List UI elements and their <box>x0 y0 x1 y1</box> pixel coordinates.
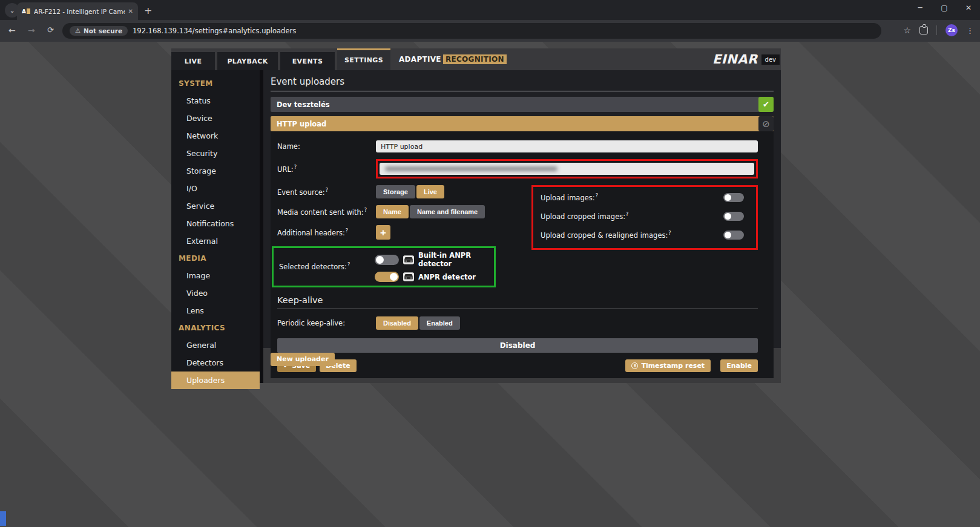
anpr-toggle[interactable] <box>375 272 399 282</box>
redacted-url-blur <box>385 166 557 171</box>
not-secure-chip[interactable]: ⚠ Not secure <box>70 26 128 36</box>
detector-row-anpr: ANPR detector <box>375 272 489 282</box>
sidebar-section-system: SYSTEM <box>171 75 260 92</box>
new-tab-button[interactable]: + <box>144 5 152 16</box>
address-bar[interactable]: ⚠ Not secure 192.168.139.134/settings#an… <box>62 23 881 39</box>
sidebar-section-media: MEDIA <box>171 250 260 267</box>
browser-tab[interactable]: A AR-F212 - Intelligent IP Camera ✕ <box>17 2 138 20</box>
event-uploaders-section: Event uploaders Dev tesztelés ✔ HTTP upl… <box>263 70 781 348</box>
detector-label: Built-in ANPR detector <box>418 251 489 268</box>
name-input[interactable] <box>376 140 758 152</box>
browser-tab-strip: ⌄ A AR-F212 - Intelligent IP Camera ✕ + … <box>0 0 980 20</box>
help-marker: ? <box>346 228 348 234</box>
brand-einar: EINAR <box>712 52 758 67</box>
uploader-name: HTTP upload <box>277 120 326 128</box>
selected-detectors-label: Selected detectors:? <box>279 262 375 271</box>
upload-cropped-row: Upload cropped images:? <box>541 212 744 221</box>
sidebar-item-external[interactable]: External <box>171 232 260 250</box>
help-marker: ? <box>347 262 350 267</box>
upload-images-label: Upload images:? <box>541 193 598 202</box>
forward-icon[interactable]: → <box>28 25 35 35</box>
sidebar-item-video[interactable]: Video <box>171 284 260 302</box>
sidebar-item-general[interactable]: General <box>171 336 260 354</box>
sidebar-item-uploaders[interactable]: Uploaders <box>171 372 260 389</box>
media-content-name-filename-button[interactable]: Name and filename <box>410 205 485 218</box>
sidebar-item-lens[interactable]: Lens <box>171 302 260 319</box>
sidebar-item-service[interactable]: Service <box>171 197 260 215</box>
tab-events[interactable]: EVENTS <box>280 52 335 70</box>
tab-live[interactable]: LIVE <box>171 52 215 70</box>
sidebar-item-network[interactable]: Network <box>171 127 260 145</box>
event-source-live-button[interactable]: Live <box>416 185 444 198</box>
logo-recognition-text: RECOGNITION <box>443 54 507 64</box>
settings-sidebar: SYSTEM Status Device Network Security St… <box>171 70 260 383</box>
reload-icon[interactable]: ⟳ <box>47 25 54 34</box>
toolbar-divider <box>936 25 937 35</box>
sidebar-item-storage[interactable]: Storage <box>171 162 260 180</box>
uploader-row-http-upload[interactable]: HTTP upload ⊘ <box>271 116 774 131</box>
back-icon[interactable]: ← <box>8 25 16 35</box>
help-marker: ? <box>668 231 671 236</box>
app-window: LIVE PLAYBACK EVENTS SETTINGS ADAPTIVE R… <box>171 48 781 383</box>
tab-settings[interactable]: SETTINGS <box>337 48 390 70</box>
event-source-storage-button[interactable]: Storage <box>376 185 415 198</box>
browser-menu-icon[interactable]: ⋮ <box>966 26 974 35</box>
tab-playback[interactable]: PLAYBACK <box>217 52 278 70</box>
keep-alive-disabled-button[interactable]: Disabled <box>376 316 418 330</box>
bookmark-star-icon[interactable]: ☆ <box>903 25 911 35</box>
app-header: LIVE PLAYBACK EVENTS SETTINGS ADAPTIVE R… <box>171 48 781 70</box>
blue-corner-fragment <box>0 511 6 526</box>
help-marker: ? <box>596 193 598 198</box>
upload-realigned-toggle[interactable] <box>723 231 744 240</box>
url-label: URL:? <box>277 165 376 174</box>
uploader-disabled-button[interactable]: ⊘ <box>758 116 774 131</box>
page-background: LIVE PLAYBACK EVENTS SETTINGS ADAPTIVE R… <box>0 42 980 527</box>
uploader-enabled-check-button[interactable]: ✔ <box>758 97 774 112</box>
upload-images-toggle[interactable] <box>723 193 744 202</box>
sidebar-item-status[interactable]: Status <box>171 92 260 110</box>
tab-close-icon[interactable]: ✕ <box>128 8 133 15</box>
upload-realigned-label: Upload cropped & realigned images:? <box>541 231 671 240</box>
green-annotation-detectors-box: Selected detectors:? Built-in ANPR detec… <box>272 246 496 287</box>
upload-cropped-label: Upload cropped images:? <box>541 212 628 221</box>
sidebar-item-notifications[interactable]: Notifications <box>171 215 260 232</box>
new-uploader-button[interactable]: New uploader <box>271 353 335 366</box>
env-badge-dev: dev <box>761 54 780 65</box>
sidebar-item-detectors[interactable]: Detectors <box>171 354 260 372</box>
upload-realigned-row: Upload cropped & realigned images:? <box>541 231 744 240</box>
http-upload-form: Name: URL:? <box>271 131 774 378</box>
sidebar-item-device[interactable]: Device <box>171 110 260 127</box>
media-content-name-button[interactable]: Name <box>376 205 409 218</box>
add-header-button[interactable]: + <box>376 225 390 240</box>
sidebar-item-security[interactable]: Security <box>171 145 260 162</box>
red-annotation-url-box <box>376 159 758 178</box>
car-icon <box>403 255 414 264</box>
profile-avatar[interactable]: Zs <box>945 24 958 36</box>
periodic-keep-alive-label: Periodic keep-alive: <box>277 319 376 327</box>
window-minimize-button[interactable]: ─ <box>916 4 924 12</box>
additional-headers-label: Additional headers:? <box>277 228 376 237</box>
uploader-row-dev-teszteles[interactable]: Dev tesztelés ✔ <box>271 97 774 112</box>
help-marker: ? <box>626 212 628 217</box>
builtin-anpr-toggle[interactable] <box>375 255 399 265</box>
warning-icon: ⚠ <box>75 28 81 34</box>
url-input[interactable] <box>380 163 754 175</box>
help-marker: ? <box>364 208 367 213</box>
window-maximize-button[interactable]: ▢ <box>940 4 949 12</box>
upload-cropped-toggle[interactable] <box>723 212 744 221</box>
content-footer: New uploader <box>263 348 781 383</box>
event-source-label: Event source:? <box>277 188 376 197</box>
red-annotation-upload-box: Upload images:? Upload cropped images:? … <box>531 185 758 250</box>
not-secure-label: Not secure <box>84 27 122 34</box>
adaptive-recognition-logo: ADAPTIVE RECOGNITION <box>399 48 507 70</box>
window-close-button[interactable]: ✕ <box>964 4 973 12</box>
help-marker: ? <box>294 165 297 170</box>
extensions-icon[interactable] <box>919 26 928 34</box>
keep-alive-enabled-button[interactable]: Enabled <box>419 316 460 330</box>
sidebar-section-analytics: ANALYTICS <box>171 319 260 336</box>
sidebar-item-image[interactable]: Image <box>171 267 260 284</box>
detector-label: ANPR detector <box>418 273 476 281</box>
car-icon <box>403 272 414 281</box>
upload-images-row: Upload images:? <box>541 193 744 202</box>
sidebar-item-io[interactable]: I/O <box>171 180 260 197</box>
